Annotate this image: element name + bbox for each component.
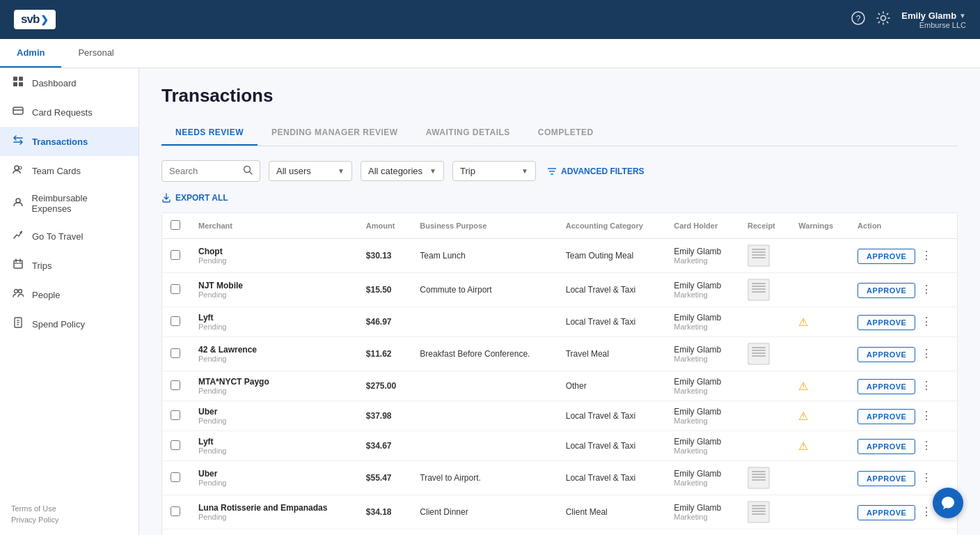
tab-admin[interactable]: Admin [0,39,61,68]
advanced-filters-button[interactable]: ADVANCED FILTERS [547,166,645,176]
merchant-name: NJT Mobile [198,281,349,290]
warning-icon: ⚠ [798,410,808,422]
admin-personal-tabs: Admin Personal [0,39,980,68]
approve-button[interactable]: APPROVE [858,347,915,362]
row-checkbox[interactable] [171,250,180,260]
warning-cell [790,337,849,371]
table-row: ChoptPending$30.13Team LunchTeam Outing … [162,239,957,273]
approve-button[interactable]: APPROVE [858,471,915,486]
sidebar-item-go-to-travel[interactable]: Go To Travel [0,222,139,251]
all-categories-filter[interactable]: All categories ▼ [361,161,444,181]
tab-awaiting-details[interactable]: AWAITING DETAILS [412,121,524,146]
more-actions-button[interactable]: ⋮ [918,437,935,453]
approve-button[interactable]: APPROVE [858,505,915,520]
row-checkbox[interactable] [171,348,180,358]
table-row: UberPending$37.98Local Travel & TaxiEmil… [162,401,957,431]
terms-link[interactable]: Terms of Use [11,504,127,513]
more-actions-button[interactable]: ⋮ [918,247,935,263]
settings-icon[interactable] [876,11,890,28]
sidebar-item-go-to-travel-label: Go To Travel [32,231,83,242]
more-actions-button[interactable]: ⋮ [918,470,935,486]
export-all-button[interactable]: EXPORT ALL [161,193,958,203]
select-all-checkbox[interactable] [171,220,180,230]
receipt-thumbnail[interactable] [748,279,770,301]
spend-policy-icon [11,317,25,331]
receipt-thumbnail[interactable] [748,501,770,523]
sidebar-item-transactions[interactable]: Transactions [0,127,139,156]
sidebar-item-card-requests[interactable]: Card Requests [0,98,139,127]
col-action: Action [849,213,957,239]
row-checkbox[interactable] [171,410,180,420]
business-purpose: Travel to Airport. [411,461,557,495]
row-checkbox[interactable] [171,284,180,294]
people-icon [11,288,25,302]
more-actions-button[interactable]: ⋮ [918,378,935,394]
tab-completed[interactable]: COMPLETED [524,121,608,146]
approve-button[interactable]: APPROVE [858,249,915,264]
card-holder-dept: Marketing [674,387,731,395]
amount: $34.67 [358,431,412,461]
action-cell: APPROVE ⋮ [849,371,957,401]
more-actions-button[interactable]: ⋮ [918,281,935,297]
chevron-down-icon: ▼ [521,167,528,175]
receipt-thumbnail[interactable] [748,245,770,267]
table-row: NJT MobilePending$15.50Commute to Airpor… [162,273,957,307]
sidebar-item-trips[interactable]: Trips [0,251,139,280]
transactions-table: Merchant Amount Business Purpose Account… [161,212,958,535]
privacy-link[interactable]: Privacy Policy [11,515,127,524]
approve-button[interactable]: APPROVE [858,439,915,454]
row-checkbox[interactable] [171,506,180,516]
row-checkbox[interactable] [171,380,180,390]
approve-button[interactable]: APPROVE [858,409,915,424]
more-actions-button[interactable]: ⋮ [918,504,935,520]
action-cell: APPROVE ⋮ [849,529,957,536]
user-menu[interactable]: Emily Glamb ▼ Emburse LLC [901,10,966,29]
warning-cell [790,273,849,307]
accounting-category: Local Travel & Taxi [558,273,666,307]
more-actions-button[interactable]: ⋮ [918,313,935,329]
approve-button[interactable]: APPROVE [858,379,915,394]
receipt-thumbnail[interactable] [748,467,770,489]
sidebar-item-dashboard[interactable]: Dashboard [0,68,139,98]
merchant-name: Uber [198,469,349,479]
tab-personal[interactable]: Personal [61,39,130,68]
sidebar-item-reimbursable-expenses[interactable]: Reimbursable Expenses [0,185,139,222]
receipt-cell [739,461,790,495]
approve-button[interactable]: APPROVE [858,315,915,330]
more-actions-button[interactable]: ⋮ [918,346,935,362]
warning-cell: ⚠ [790,431,849,461]
warning-cell: ⚠ [790,307,849,337]
sidebar-item-people[interactable]: People [0,280,139,309]
receipt-cell [739,495,790,529]
search-input[interactable] [169,166,239,176]
receipt-thumbnail[interactable] [748,343,770,365]
row-checkbox[interactable] [171,472,180,482]
card-holder-dept: Marketing [674,513,731,521]
accounting-category: Client Meal [558,495,666,529]
logo[interactable]: svb ❯ [14,10,56,29]
row-checkbox[interactable] [171,440,180,450]
col-card-holder: Card Holder [665,213,739,239]
amount: $46.97 [358,307,412,337]
chevron-down-icon: ▼ [429,167,436,175]
trip-filter[interactable]: Trip ▼ [452,161,536,181]
amount: $30.13 [358,239,412,273]
chat-bubble-button[interactable] [933,488,963,518]
sidebar-item-trips-label: Trips [32,261,52,271]
row-checkbox[interactable] [171,316,180,326]
approve-button[interactable]: APPROVE [858,283,915,298]
search-box[interactable] [161,160,260,182]
tab-pending-manager-review[interactable]: PENDING MANAGER REVIEW [258,121,412,146]
accounting-category: Local Travel & Taxi [558,529,666,536]
all-users-filter[interactable]: All users ▼ [269,161,352,181]
sidebar-item-team-cards[interactable]: Team Cards [0,156,139,185]
tab-needs-review[interactable]: NEEDS REVIEW [161,121,258,146]
accounting-category: Travel Meal [558,337,666,371]
receipt-cell [739,371,790,401]
help-icon[interactable]: ? [851,11,865,28]
trips-icon [11,258,25,272]
sidebar-item-reimbursable-expenses-label: Reimbursable Expenses [32,193,127,214]
sidebar-item-spend-policy[interactable]: Spend Policy [0,309,139,339]
card-holder-name: Emily Glamb [674,503,731,513]
more-actions-button[interactable]: ⋮ [918,408,935,424]
